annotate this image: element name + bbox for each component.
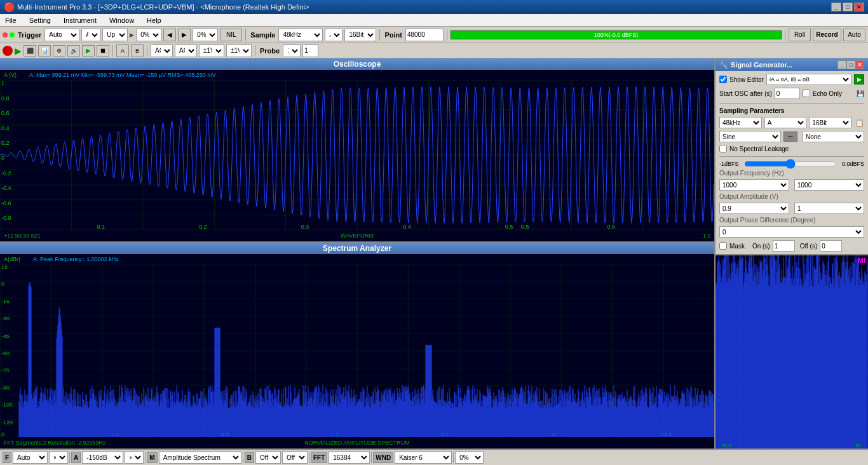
sg-on-input[interactable]	[773, 240, 795, 252]
sg-off-input[interactable]	[820, 240, 842, 252]
sg-nospectral-row: No Spectral Leakage	[719, 145, 864, 152]
spec-norm-label: NORMALIZED AMPLITUDE SPECTRUM	[304, 440, 410, 446]
sg-phase-dropdown[interactable]: 0	[719, 226, 864, 238]
sg-nospectral-checkbox[interactable]	[719, 145, 727, 152]
sg-phase-label: Output Phase Difference (Degree)	[719, 217, 816, 224]
v1-dropdown[interactable]: ±1V	[199, 44, 224, 57]
level-dec-btn[interactable]: ◀	[163, 29, 176, 41]
sg-close-btn[interactable]: ✕	[855, 60, 864, 69]
tb2-btn1[interactable]: ⬛	[24, 45, 36, 57]
sg-show-editor-checkbox[interactable]	[719, 76, 727, 83]
spec-title-bar: Spectrum Analyzer	[0, 243, 714, 254]
point-label: Point	[384, 31, 402, 39]
title-bar-controls[interactable]: _ □ ✕	[831, 3, 864, 11]
menu-instrument[interactable]: Instrument	[61, 15, 99, 25]
menu-bar: File Setting Instrument Window Help	[0, 14, 868, 27]
sg-mask-label: Mask	[729, 243, 745, 250]
sg-level-slider[interactable]	[744, 161, 837, 166]
sg-wave-icon[interactable]: 〜	[783, 131, 797, 142]
tb2-btn4[interactable]: 🔊	[67, 45, 80, 57]
sg-body: Show Editor iA = oA, iB = oB ▶ Start OSC…	[715, 71, 868, 255]
bt-off1-dropdown[interactable]: Off	[255, 451, 281, 464]
direction-dropdown[interactable]: Up	[102, 29, 128, 41]
bt-x1-1-dropdown[interactable]: ×1	[49, 451, 68, 464]
sg-waveform-dropdown[interactable]: Sine	[719, 131, 781, 142]
sg-editor-mode-dropdown[interactable]: iA = oA, iB = oB	[766, 74, 851, 85]
sg-start-osc-input[interactable]	[775, 88, 800, 99]
sg-bits-dropdown[interactable]: 16Bit	[809, 117, 851, 128]
nil-btn[interactable]: NIL	[220, 29, 242, 41]
probe-val-input[interactable]	[302, 44, 318, 57]
sample-rate-dropdown[interactable]: 48kHz	[278, 29, 323, 41]
bt-off2-dropdown[interactable]: Off	[282, 451, 308, 464]
sg-minimize-btn[interactable]: _	[837, 60, 846, 69]
percent2-dropdown[interactable]: 0%	[193, 29, 218, 41]
spectrum-panel: Spectrum Analyzer A(dBr) A: Peak Frequen…	[0, 243, 714, 448]
sg-mask-checkbox[interactable]	[719, 242, 727, 250]
bt-sep3	[243, 452, 243, 463]
tb2-play-btn[interactable]: ▶	[82, 45, 95, 57]
bt-x1-2-dropdown[interactable]: ×1	[125, 451, 144, 464]
tb2-btn2[interactable]: 📊	[38, 45, 51, 57]
sg-echo-checkbox[interactable]	[803, 90, 810, 97]
bt-fft-dropdown[interactable]: 16384	[329, 451, 370, 464]
bt-ampspec-dropdown[interactable]: Amplitude Spectrum	[159, 451, 241, 464]
channel-a-dropdown[interactable]: A	[325, 29, 342, 41]
sg-save-icon[interactable]: 💾	[857, 90, 864, 97]
v2-dropdown[interactable]: ±1V	[226, 44, 252, 57]
point-input[interactable]: 48000	[405, 29, 444, 41]
tb2-btn3[interactable]: ⚙	[53, 45, 65, 57]
ac-right-dropdown[interactable]: AC	[175, 44, 197, 57]
sg-modulation-dropdown[interactable]: None	[803, 131, 864, 142]
roll-btn[interactable]: Roll	[789, 29, 811, 41]
bt-db-dropdown[interactable]: -150dB	[82, 451, 123, 464]
minimize-btn[interactable]: _	[831, 3, 841, 11]
sg-freq2-dropdown[interactable]: 1000	[794, 179, 864, 191]
bit-depth-dropdown[interactable]: 16Bit	[344, 29, 376, 41]
tb2-b-btn[interactable]: B	[131, 44, 144, 57]
level-inc-btn[interactable]: ▶	[178, 29, 191, 41]
sg-title-bar: 🔧 Signal Generator... _ □ ✕	[715, 58, 868, 71]
tb2-a-btn[interactable]: A	[116, 44, 129, 57]
sg-maximize-btn[interactable]: □	[846, 60, 855, 69]
auto-btn[interactable]: Auto	[843, 29, 865, 41]
trigger-mode-dropdown[interactable]: Auto	[44, 29, 79, 41]
bt-m-label: M	[147, 452, 157, 463]
progress-container: 100%(-0.0 dBFS)	[451, 30, 782, 39]
close-btn[interactable]: ✕	[854, 3, 864, 11]
sg-srate-dropdown[interactable]: 48kHz	[719, 117, 762, 128]
sg-waveform-row: Sine 〜 None	[719, 131, 864, 142]
right-panels: 🔧 Signal Generator... _ □ ✕ Show Editor …	[715, 58, 868, 448]
menu-file[interactable]: File	[3, 15, 19, 25]
sg-bottom-indicator: MI	[858, 257, 865, 264]
menu-window[interactable]: Window	[107, 15, 137, 25]
probe-dropdown[interactable]: 1	[283, 44, 301, 57]
osc-canvas	[0, 80, 714, 230]
signal-generator-panel: 🔧 Signal Generator... _ □ ✕ Show Editor …	[715, 58, 868, 255]
trigger-label: Trigger	[18, 31, 41, 39]
ac-left-dropdown[interactable]: AC	[151, 44, 173, 57]
title-bar: 🔴 Multi-Instrument Pro 3.3 - [+3DP+DLG+L…	[0, 0, 868, 14]
menu-setting[interactable]: Setting	[27, 15, 53, 25]
sg-mask-row: Mask On (s) Off (s)	[719, 240, 864, 252]
sg-amp-label-row: Output Amplitude (V)	[719, 193, 864, 200]
sep7	[255, 45, 255, 57]
sep1	[245, 29, 246, 41]
bt-wnd-dropdown[interactable]: Kaiser 6	[395, 451, 452, 464]
record-btn[interactable]: Record	[813, 29, 841, 41]
menu-help[interactable]: Help	[144, 15, 164, 25]
bt-wnd-label: WND	[373, 452, 393, 463]
level-dropdown[interactable]: 0%	[136, 29, 161, 41]
bt-percent-dropdown[interactable]: 0%	[455, 451, 484, 464]
sg-copy-icon[interactable]: 📋	[855, 119, 864, 127]
sg-amp2-dropdown[interactable]: 1	[794, 203, 864, 214]
play-icon[interactable]: ▶	[15, 46, 22, 56]
sg-play-btn[interactable]: ▶	[854, 74, 864, 84]
channel-dropdown[interactable]: A	[81, 29, 100, 41]
bt-auto-dropdown[interactable]: Auto	[13, 451, 48, 464]
sg-freq1-dropdown[interactable]: 1000	[719, 179, 789, 191]
tb2-stop-btn[interactable]: ⏹	[97, 45, 109, 57]
sg-amp1-dropdown[interactable]: 0.9	[719, 203, 789, 214]
sg-ch-dropdown[interactable]: A	[764, 117, 807, 128]
maximize-btn[interactable]: □	[843, 3, 853, 11]
